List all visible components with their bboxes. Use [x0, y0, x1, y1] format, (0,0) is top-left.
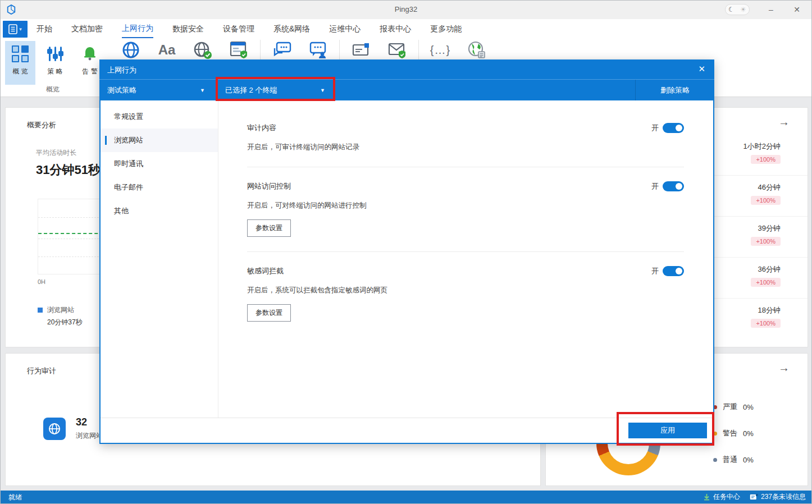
delete-policy-button[interactable]: 删除策略: [636, 80, 714, 101]
browse-count-label: 浏览网站: [76, 431, 103, 441]
terminal-dropdown-label: 已选择 2 个终端: [225, 85, 277, 95]
ribbon-tabs: 开始 文档加密 上网行为 数据安全 设备管理 系统&网络 运维中心 报表中心 更…: [37, 19, 462, 39]
website-allow-icon[interactable]: [190, 40, 215, 60]
window-title: Ping32: [1, 5, 811, 13]
legend-label: 浏览网站: [47, 305, 74, 315]
script-braces-icon[interactable]: {…}: [428, 40, 453, 60]
unread-messages-item[interactable]: 237条未读信息: [750, 492, 806, 502]
status-ready: 就绪: [8, 493, 22, 502]
mail-audit-icon[interactable]: [349, 40, 373, 60]
tab-device-management[interactable]: 设备管理: [223, 20, 254, 38]
change-badge: +100%: [751, 237, 781, 246]
section-audit-content: 审计内容 开 开启后，可审计终端访问的网站记录: [247, 123, 684, 152]
section-site-access-control: 网站访问控制 开 开启后，可对终端访问的网站进行控制 参数设置: [247, 181, 684, 237]
section-sensitive-word-block: 敏感词拦截 开 开启后，系统可以拦截包含指定敏感词的网页 参数设置: [247, 266, 684, 322]
sidebar-item-general[interactable]: 常规设置: [101, 105, 218, 129]
sidebar-item-other[interactable]: 其他: [101, 199, 218, 223]
section-desc: 开启后，可对终端访问的网站进行控制: [247, 201, 684, 210]
web-browse-icon[interactable]: [118, 40, 143, 60]
chat-audit-icon[interactable]: [270, 40, 294, 60]
tab-system-network[interactable]: 系统&网络: [273, 20, 310, 38]
browse-web-tile[interactable]: [43, 418, 66, 440]
internet-behavior-dialog: 上网行为 ✕ 测试策略 ▼ 已选择 2 个终端 ▼ 删除策略 常规设置 浏览网站…: [99, 59, 714, 444]
tab-doc-encryption[interactable]: 文档加密: [71, 20, 103, 38]
change-badge: +100%: [751, 196, 781, 205]
download-icon: [703, 493, 710, 501]
ribbon-tab-row: ▾ 开始 文档加密 上网行为 数据安全 设备管理 系统&网络 运维中心 报表中心…: [1, 19, 811, 39]
toggle-state-label: 开: [651, 181, 659, 191]
dialog-footer: 应用: [101, 418, 713, 443]
duration-value: 46分钟: [758, 182, 781, 193]
legend-value: 20分钟37秒: [47, 318, 83, 327]
browse-count: 32: [76, 416, 87, 428]
overview-card-title: 概要分析: [27, 120, 56, 130]
overview-grid-icon: [12, 45, 29, 62]
more-arrow-icon[interactable]: →: [778, 361, 790, 374]
dialog-toolbar: 测试策略 ▼ 已选择 2 个终端 ▼ 删除策略: [99, 79, 714, 100]
keyword-aa-icon[interactable]: Aa: [154, 40, 179, 60]
chevron-down-icon: ▼: [200, 88, 205, 93]
web-stats-icon[interactable]: [464, 40, 489, 60]
site-access-toggle[interactable]: [663, 181, 684, 191]
sidebar-item-email[interactable]: 电子邮件: [101, 176, 218, 199]
overview-button-label: 概 览: [12, 67, 28, 76]
avg-duration-label: 平均活动时长: [36, 148, 76, 158]
appmenu-caret-icon: ▾: [19, 26, 22, 32]
apply-button[interactable]: 应用: [628, 423, 707, 438]
policy-dropdown[interactable]: 测试策略 ▼: [107, 80, 217, 101]
more-arrow-icon[interactable]: →: [778, 116, 790, 129]
policy-button[interactable]: 策 略: [40, 41, 70, 85]
moon-icon: ☾: [728, 6, 735, 13]
section-title: 网站访问控制: [247, 181, 291, 191]
webpage-protect-icon[interactable]: [226, 40, 251, 60]
duration-value: 39分钟: [758, 223, 781, 233]
dialog-sidebar: 常规设置 浏览网站 即时通讯 电子邮件 其他: [101, 100, 218, 418]
legend-value: 0%: [743, 429, 754, 438]
minimize-button[interactable]: –: [763, 3, 779, 16]
alert-button-label: 告 警: [82, 67, 97, 76]
dialog-title: 上网行为: [107, 65, 136, 75]
section-desc: 开启后，可审计终端访问的网站记录: [247, 143, 684, 152]
tab-ops-center[interactable]: 运维中心: [329, 20, 361, 38]
chevron-down-icon: ▼: [320, 88, 325, 93]
app-menu-button[interactable]: ▾: [3, 21, 28, 38]
task-center-label: 任务中心: [713, 492, 740, 502]
chart-x-axis-label: 0H: [38, 278, 45, 285]
change-badge: +100%: [751, 319, 781, 328]
sidebar-item-instant-messaging[interactable]: 即时通讯: [101, 152, 218, 176]
message-icon: [750, 494, 758, 501]
status-bar: 就绪 任务中心 237条未读信息: [1, 491, 811, 503]
policy-sliders-icon: [47, 45, 63, 62]
duration-value: 36分钟: [758, 264, 781, 274]
section-title: 审计内容: [247, 123, 276, 133]
terminal-dropdown[interactable]: 已选择 2 个终端 ▼: [225, 80, 332, 101]
toolbar-divider: [217, 80, 218, 100]
normal-dot-icon: [713, 458, 717, 462]
tab-internet-behavior[interactable]: 上网行为: [122, 20, 153, 38]
legend-value: 0%: [743, 456, 754, 464]
legend-square-icon: [38, 308, 43, 313]
overview-button[interactable]: 概 览: [5, 41, 35, 85]
sidebar-item-browse-web[interactable]: 浏览网站: [101, 129, 218, 152]
mail-protect-icon[interactable]: [385, 40, 409, 60]
dialog-header: 上网行为 ✕: [99, 59, 714, 79]
site-access-params-button[interactable]: 参数设置: [247, 219, 291, 237]
sun-icon: ☀: [740, 6, 746, 13]
tab-more-features[interactable]: 更多功能: [430, 20, 462, 38]
alert-bell-icon: [81, 45, 98, 62]
tab-home[interactable]: 开始: [37, 20, 52, 38]
sensitive-word-toggle[interactable]: [663, 266, 684, 276]
chat-control-icon[interactable]: [305, 40, 330, 60]
sensitive-word-params-button[interactable]: 参数设置: [247, 304, 291, 322]
section-desc: 开启后，系统可以拦截包含指定敏感词的网页: [247, 286, 684, 295]
section-divider: [247, 167, 684, 167]
section-title: 敏感词拦截: [247, 266, 284, 276]
tab-data-security[interactable]: 数据安全: [172, 20, 204, 38]
toggle-state-label: 开: [651, 266, 659, 276]
tab-report-center[interactable]: 报表中心: [380, 20, 411, 38]
dialog-close-button[interactable]: ✕: [698, 64, 705, 74]
theme-toggle[interactable]: ☾ ☀: [725, 4, 750, 15]
task-center-item[interactable]: 任务中心: [703, 492, 740, 502]
window-close-button[interactable]: ✕: [789, 3, 805, 16]
audit-content-toggle[interactable]: [663, 123, 684, 133]
